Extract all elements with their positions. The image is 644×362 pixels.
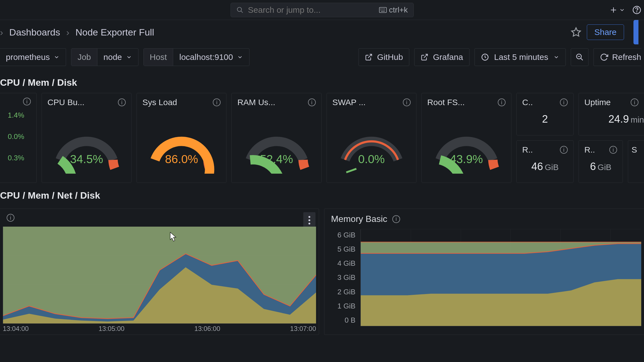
- job-picker[interactable]: Job node: [71, 48, 138, 66]
- chart-x-axis: 13:04:0013:05:0013:06:0013:07:00: [3, 325, 316, 332]
- chart-y-axis: 6 GiB5 GiB4 GiB3 GiB2 GiB1 GiB0 B: [328, 229, 358, 326]
- gauges-row: i 1.4% 0.0% 0.3% CPU Bu...i 34.5% Sys Lo…: [0, 93, 644, 183]
- gauge-value: 43.9%: [422, 153, 511, 166]
- breadcrumb-dashboards[interactable]: Dashboards: [9, 27, 60, 38]
- breadcrumb-sep: ›: [66, 27, 69, 38]
- refresh-button[interactable]: Refresh: [594, 48, 641, 66]
- panel-title: Memory Basic: [331, 214, 387, 224]
- gauge-arc: [50, 129, 123, 174]
- svg-point-26: [309, 223, 310, 225]
- info-icon[interactable]: i: [7, 214, 14, 222]
- time-range-picker[interactable]: Last 5 minutes: [474, 48, 566, 66]
- primary-button-edge[interactable]: [633, 20, 638, 44]
- panel-title: RAM Us...: [237, 98, 275, 107]
- stat-column-1: C..i 2 R..i 46GiB: [516, 93, 574, 183]
- grafana-link[interactable]: Grafana: [414, 48, 469, 66]
- panel-title: R..: [522, 145, 533, 155]
- datasource-picker[interactable]: prometheus: [0, 48, 66, 66]
- topbar-actions: [610, 5, 642, 15]
- panel-title: SWAP ...: [332, 98, 366, 107]
- global-search[interactable]: ctrl+k: [231, 3, 414, 17]
- gauge-arc: [145, 129, 218, 174]
- keyboard-icon: [379, 7, 387, 13]
- chart-plot[interactable]: [3, 227, 316, 324]
- info-icon[interactable]: i: [118, 98, 126, 106]
- info-icon[interactable]: i: [392, 215, 400, 223]
- share-button[interactable]: Share: [587, 24, 624, 40]
- gauge-cpu-busy: CPU Bu...i 34.5%: [42, 93, 132, 183]
- breadcrumb-row: › Dashboards › Node Exporter Full Share: [0, 20, 644, 44]
- search-icon: [236, 6, 244, 14]
- svg-line-21: [581, 58, 583, 60]
- info-icon[interactable]: i: [609, 146, 617, 154]
- gauge-value: 34.5%: [42, 153, 131, 166]
- help-icon: [632, 6, 641, 14]
- info-icon[interactable]: i: [308, 98, 316, 106]
- info-icon[interactable]: i: [498, 98, 506, 106]
- host-picker[interactable]: Host localhost:9100: [143, 48, 249, 66]
- gauge-ram: RAM Us...i 52.4%: [231, 93, 321, 183]
- zoom-out-button[interactable]: [571, 48, 589, 66]
- stat-s: S: [628, 140, 644, 183]
- chart-cpu-basic: i 13:04:0013:05:0013:06:0013:07:00: [0, 209, 319, 335]
- cpu-mini-panel: i 1.4% 0.0% 0.3%: [0, 93, 37, 183]
- stat-r1: R..i 46GiB: [516, 140, 574, 183]
- panel-title: C..: [522, 98, 533, 107]
- chevron-down-icon: [54, 54, 60, 60]
- stat-value: 46GiB: [517, 155, 573, 173]
- info-icon[interactable]: i: [403, 98, 411, 106]
- help-button[interactable]: [632, 5, 642, 15]
- chevron-down-icon: [619, 7, 625, 13]
- job-label: Job: [71, 49, 97, 66]
- clock-icon: [481, 53, 489, 61]
- add-button[interactable]: [610, 6, 625, 14]
- svg-line-23: [346, 169, 356, 172]
- svg-point-15: [637, 12, 637, 12]
- search-shortcut: ctrl+k: [379, 6, 408, 14]
- cursor-icon: [170, 232, 177, 242]
- topbar: ctrl+k: [0, 0, 644, 20]
- panel-title: R..: [584, 145, 595, 155]
- mini-value-1: 0.0%: [8, 132, 36, 141]
- svg-line-18: [424, 54, 428, 58]
- chart-plot[interactable]: [360, 229, 641, 326]
- github-link[interactable]: GitHub: [358, 48, 409, 66]
- gauge-arc: [241, 129, 313, 174]
- svg-point-24: [309, 216, 310, 218]
- job-value[interactable]: node: [97, 49, 138, 66]
- panel-title: Uptime: [584, 98, 611, 107]
- external-link-icon: [365, 53, 373, 61]
- info-icon[interactable]: i: [23, 98, 31, 105]
- info-icon[interactable]: i: [631, 98, 638, 106]
- svg-point-0: [237, 7, 241, 11]
- gauge-value: 0.0%: [327, 153, 416, 166]
- info-icon[interactable]: i: [560, 146, 568, 154]
- gauge-swap: SWAP ...i 0.0%: [327, 93, 416, 183]
- row-title-2[interactable]: CPU / Mem / Net / Disk: [0, 183, 644, 206]
- gauge-sys-load: Sys Loadi 86.0%: [137, 93, 226, 183]
- info-icon[interactable]: i: [560, 98, 568, 106]
- host-value[interactable]: localhost:9100: [173, 49, 249, 66]
- gauge-rootfs: Root FS...i 43.9%: [421, 93, 511, 183]
- info-icon[interactable]: i: [213, 98, 221, 106]
- plus-icon: [610, 6, 617, 14]
- search-input[interactable]: [248, 5, 375, 15]
- external-link-icon: [421, 53, 428, 61]
- mini-value-2: 0.3%: [8, 154, 36, 162]
- panel-menu-button[interactable]: [303, 212, 315, 228]
- star-icon[interactable]: [571, 27, 581, 37]
- stat-r2: R..i 6GiB: [579, 140, 623, 183]
- stat-value: 2: [517, 107, 573, 125]
- refresh-icon: [600, 53, 608, 61]
- chevron-down-icon: [237, 54, 243, 60]
- stat-column-2: Uptimei 24.9min R..i 6GiB S: [579, 93, 644, 183]
- stat-value: 6GiB: [579, 155, 623, 173]
- stat-uptime: Uptimei 24.9min: [579, 93, 644, 135]
- row-title-1[interactable]: CPU / Mem / Disk: [0, 70, 644, 93]
- panel-title: Root FS...: [427, 98, 465, 107]
- panel-title: S: [632, 145, 637, 155]
- svg-line-17: [368, 54, 372, 58]
- host-label: Host: [144, 49, 173, 66]
- gauge-value: 86.0%: [137, 153, 226, 166]
- stat-cores: C..i 2: [516, 93, 574, 135]
